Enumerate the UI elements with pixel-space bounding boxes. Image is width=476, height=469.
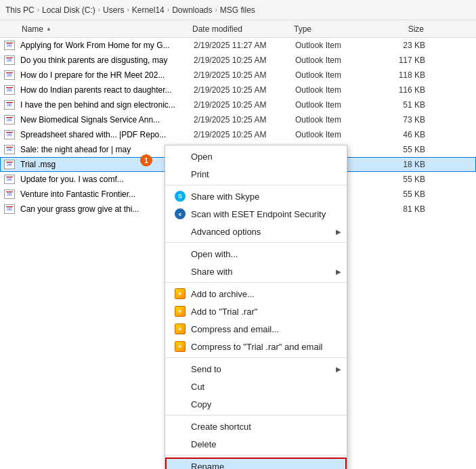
file-type: Outlook Item xyxy=(295,100,376,110)
table-row[interactable]: Do you think parents are disgusting, may… xyxy=(0,53,476,68)
table-row[interactable]: New Biomedical Signals Service Ann... 2/… xyxy=(0,112,476,127)
file-icon xyxy=(3,159,16,170)
menu-item-eset[interactable]: e Scan with ESET Endpoint Security xyxy=(165,205,347,223)
file-size: 46 KB xyxy=(376,130,431,139)
menu-item-cut-label: Cut xyxy=(191,382,339,392)
file-size: 117 KB xyxy=(376,55,431,65)
menu-item-copy[interactable]: Copy xyxy=(165,395,347,413)
file-icon xyxy=(3,144,16,155)
winrar-compress-trial-icon: R xyxy=(173,340,187,353)
file-size: 73 KB xyxy=(376,115,431,125)
menu-separator xyxy=(165,415,347,416)
table-row[interactable]: How do I prepare for the HR Meet 202... … xyxy=(0,68,476,83)
eset-icon: e xyxy=(173,207,187,221)
col-header-date[interactable]: Date modified xyxy=(192,24,294,34)
menu-item-open[interactable]: Open xyxy=(165,148,347,165)
file-icon xyxy=(3,204,16,215)
create-shortcut-icon xyxy=(173,420,187,433)
file-name: How do Indian parents react to daughter.… xyxy=(20,85,194,95)
breadcrumb-item[interactable]: This PC xyxy=(5,5,35,15)
breadcrumb-item[interactable]: Users xyxy=(103,5,124,15)
file-type: Outlook Item xyxy=(295,130,376,139)
menu-separator xyxy=(165,357,347,358)
breadcrumb-item[interactable]: MSG files xyxy=(220,5,255,15)
submenu-arrow-icon: ▶ xyxy=(336,228,341,236)
breadcrumb-item[interactable]: Kernel14 xyxy=(132,5,165,15)
col-header-name[interactable]: Name ▲ xyxy=(3,24,192,34)
menu-item-compress-email[interactable]: R Compress and email... xyxy=(165,320,347,338)
breadcrumb-sep: › xyxy=(127,6,129,14)
breadcrumb-sep: › xyxy=(37,6,39,14)
file-icon xyxy=(3,99,16,110)
menu-item-delete[interactable]: Delete xyxy=(165,435,347,453)
copy-icon xyxy=(173,397,187,411)
table-row[interactable]: How do Indian parents react to daughter.… xyxy=(0,83,476,97)
menu-item-share-skype[interactable]: S Share with Skype xyxy=(165,187,347,205)
menu-separator xyxy=(165,455,347,455)
breadcrumb-item[interactable]: Downloads xyxy=(172,5,212,15)
col-header-size[interactable]: Size xyxy=(375,24,429,34)
menu-item-advanced-label: Advanced options xyxy=(191,227,339,237)
col-header-type[interactable]: Type xyxy=(294,24,375,34)
table-row[interactable]: Spreadsheet shared with... |PDF Repo... … xyxy=(0,127,476,142)
file-icon xyxy=(3,40,16,51)
file-type: Outlook Item xyxy=(295,85,376,95)
menu-item-add-archive[interactable]: R Add to archive... xyxy=(165,285,347,303)
file-icon xyxy=(3,114,16,125)
open-with-icon xyxy=(173,247,187,261)
file-date: 2/19/2025 10:25 AM xyxy=(194,70,295,80)
menu-item-rename-label: Rename xyxy=(191,462,339,470)
share-with-icon xyxy=(173,265,187,278)
menu-item-compress-trial-email-label: Compress to "Trial .rar" and email xyxy=(191,342,339,352)
menu-item-eset-label: Scan with ESET Endpoint Security xyxy=(191,209,339,219)
winrar-trial-icon: R xyxy=(173,305,187,318)
sort-arrow-icon: ▲ xyxy=(46,26,51,32)
menu-item-create-shortcut[interactable]: Create shortcut xyxy=(165,418,347,435)
menu-item-print-label: Print xyxy=(191,169,339,179)
menu-item-print[interactable]: Print xyxy=(165,165,347,183)
file-size: 55 KB xyxy=(376,175,431,184)
menu-item-compress-trial-email[interactable]: R Compress to "Trial .rar" and email xyxy=(165,338,347,355)
file-name: New Biomedical Signals Service Ann... xyxy=(20,115,194,125)
skype-icon: S xyxy=(173,189,187,203)
file-type: Outlook Item xyxy=(295,55,376,65)
menu-separator xyxy=(165,185,347,185)
delete-icon xyxy=(173,437,187,451)
menu-item-rename[interactable]: Rename xyxy=(165,457,347,469)
context-menu: Open Print S Share with Skype e Scan wit… xyxy=(165,145,347,469)
menu-item-copy-label: Copy xyxy=(191,399,339,409)
file-name: Do you think parents are disgusting, may xyxy=(20,55,194,65)
menu-item-advanced[interactable]: Advanced options ▶ xyxy=(165,223,347,240)
menu-item-add-trial-rar[interactable]: R Add to "Trial .rar" xyxy=(165,303,347,320)
menu-item-share-with[interactable]: Share with ▶ xyxy=(165,263,347,280)
file-size: 81 KB xyxy=(376,204,431,214)
file-date: 2/19/2025 10:25 AM xyxy=(194,100,295,110)
menu-separator xyxy=(165,242,347,243)
file-icon xyxy=(3,174,16,185)
breadcrumb-sep: › xyxy=(98,6,100,14)
breadcrumb-sep: › xyxy=(215,6,217,14)
menu-item-send-to[interactable]: Send to ▶ xyxy=(165,360,347,378)
menu-item-add-trial-rar-label: Add to "Trial .rar" xyxy=(191,307,339,317)
menu-item-open-with[interactable]: Open with... xyxy=(165,245,347,263)
breadcrumb-item[interactable]: Local Disk (C:) xyxy=(42,5,95,15)
file-name: I have the pen behind and sign electroni… xyxy=(20,100,194,110)
table-row[interactable]: Applying for Work From Home for my G... … xyxy=(0,38,476,53)
file-size: 23 KB xyxy=(376,41,431,50)
send-to-icon xyxy=(173,362,187,376)
menu-item-create-shortcut-label: Create shortcut xyxy=(191,422,339,432)
submenu-arrow-icon: ▶ xyxy=(336,365,341,373)
file-size: 116 KB xyxy=(376,85,431,95)
menu-item-cut[interactable]: Cut xyxy=(165,378,347,395)
file-size: 55 KB xyxy=(376,189,431,199)
file-date: 2/19/2025 10:25 AM xyxy=(194,85,295,95)
breadcrumb-sep: › xyxy=(167,6,169,14)
file-name: Spreadsheet shared with... |PDF Repo... xyxy=(20,130,194,139)
step-badge-1: 1 xyxy=(140,154,152,166)
file-icon xyxy=(3,70,16,81)
menu-item-send-to-label: Send to xyxy=(191,364,339,374)
menu-separator xyxy=(165,282,347,283)
print-icon xyxy=(173,167,187,181)
table-row[interactable]: I have the pen behind and sign electroni… xyxy=(0,97,476,112)
file-size: 118 KB xyxy=(376,70,431,80)
